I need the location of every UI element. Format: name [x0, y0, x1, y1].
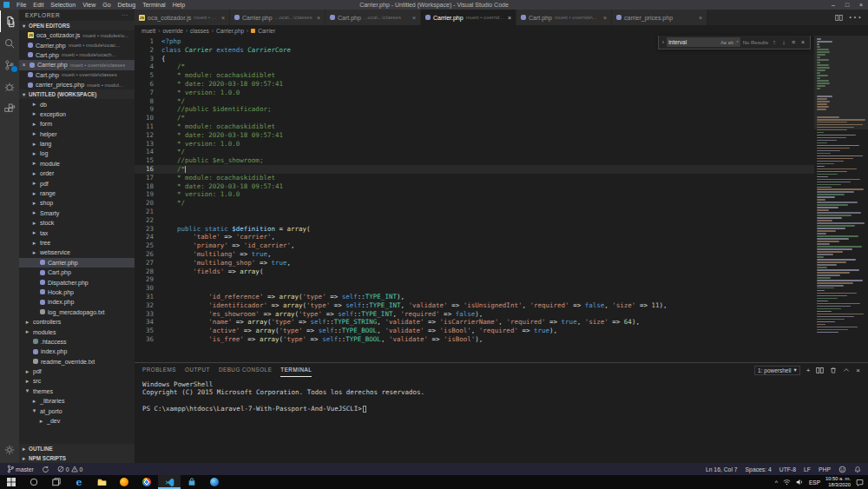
minimap[interactable]: [814, 36, 868, 362]
task-view-icon[interactable]: [45, 475, 68, 489]
tray-expand-icon[interactable]: ^: [775, 479, 778, 486]
tree-item-cart-php[interactable]: Cart.php: [19, 268, 135, 277]
code-line[interactable]: 30: [135, 284, 814, 293]
clock[interactable]: 10:50 a. m. 18/3/2020: [825, 476, 851, 488]
source-control-icon[interactable]: [0, 54, 19, 76]
menu-go[interactable]: Go: [99, 0, 114, 10]
tree-item-range[interactable]: ▸range: [19, 188, 135, 198]
close-panel-icon[interactable]: ×: [856, 367, 860, 374]
network-icon[interactable]: [783, 479, 791, 486]
breadcrumb-item-classes[interactable]: classes: [190, 28, 209, 34]
tree-item-index-php[interactable]: index.php: [19, 347, 135, 356]
action-center-icon[interactable]: [856, 479, 864, 486]
tree-item-log[interactable]: ▸log: [19, 149, 135, 158]
code-line[interactable]: 27 'multilang_shop' => true,: [135, 259, 814, 268]
sidebar-more-actions-icon[interactable]: ···: [122, 10, 128, 21]
breadcrumb-item-override[interactable]: override: [162, 28, 182, 34]
code-line[interactable]: 9 //public $identificador;: [135, 105, 814, 114]
tab-oca-cotizador-js[interactable]: JSoca_cotizador.jsmuett • mo...×: [135, 10, 230, 25]
tree-item-at-porto[interactable]: ▾at_porto: [19, 406, 135, 415]
split-terminal-icon[interactable]: [816, 367, 824, 374]
breadcrumb-item-carrier-php[interactable]: Carrier.php: [216, 28, 244, 34]
workspace-header[interactable]: ▾ UNTITLED (WORKSPACE): [19, 89, 135, 99]
terminal-shell-select[interactable]: 1: powershell ▾: [754, 366, 800, 375]
close-icon[interactable]: ×: [412, 15, 416, 21]
eol-sequence[interactable]: LF: [804, 466, 811, 472]
close-icon[interactable]: ×: [699, 15, 702, 21]
panel-tab-terminal[interactable]: TERMINAL: [280, 363, 312, 377]
tree-item-dev[interactable]: ▸_dev: [19, 416, 135, 426]
minimize-icon[interactable]: –: [826, 0, 840, 10]
tab-cart-php[interactable]: Cart.php...oca\...\classes×: [326, 10, 421, 25]
code-line[interactable]: 28 'fields' => array(: [135, 268, 814, 276]
code-line[interactable]: 3{: [135, 55, 814, 63]
tab-carrier-php[interactable]: Carrier.phpmuett • override\...×: [421, 10, 516, 25]
tree-item-exception[interactable]: ▸exception: [19, 109, 135, 119]
code-line[interactable]: 14 */: [135, 148, 814, 156]
panel-tab-debug-console[interactable]: DEBUG CONSOLE: [219, 363, 272, 377]
git-branch-indicator[interactable]: master: [7, 465, 34, 473]
start-button-icon[interactable]: [0, 475, 23, 489]
breadcrumb-item-muett[interactable]: muett: [141, 28, 155, 34]
tree-item-libraries[interactable]: ▸_libraries: [19, 396, 135, 406]
menu-view[interactable]: View: [79, 0, 99, 10]
tree-item-src[interactable]: ▸src: [19, 376, 135, 386]
breadcrumb-item-carrier[interactable]: Carrier: [258, 28, 275, 34]
code-line[interactable]: 13 * version: 1.0.0: [135, 140, 814, 149]
regex-icon[interactable]: .*: [735, 40, 739, 45]
kill-terminal-icon[interactable]: [830, 367, 837, 374]
open-editor-oca-cotizador-js[interactable]: JSoca_cotizador.jsmuett • modules\o...: [19, 30, 135, 40]
cortana-search-icon[interactable]: [23, 475, 45, 489]
open-editor-cart-php[interactable]: Cart.phpmuett • override\classes: [19, 70, 135, 80]
new-terminal-icon[interactable]: +: [806, 367, 811, 374]
tree-item-lang[interactable]: ▸lang: [19, 139, 135, 149]
code-line[interactable]: 15 //public $es_showroom;: [135, 156, 814, 165]
menu-file[interactable]: File: [13, 0, 30, 10]
tab-carrier-php[interactable]: Carrier.php...oca\...\classes×: [230, 10, 326, 25]
tree-item-readme-override-txt[interactable]: readme_override.txt: [19, 357, 135, 367]
menu-help[interactable]: Help: [169, 0, 188, 10]
code-line[interactable]: 35 'active' => array('type' => self::TYP…: [135, 327, 814, 335]
code-line[interactable]: 19 * version: 1.0.0: [135, 190, 814, 199]
tree-item-smarty[interactable]: ▸Smarty: [19, 208, 135, 218]
file-explorer-icon[interactable]: [90, 475, 113, 489]
code-line[interactable]: 26 'multilang' => true,: [135, 250, 814, 259]
menu-edit[interactable]: Edit: [30, 0, 47, 10]
cursor-position[interactable]: Ln 16, Col 7: [706, 466, 738, 472]
code-line[interactable]: 8 */: [135, 97, 814, 106]
menu-debug[interactable]: Debug: [115, 0, 140, 10]
find-next-icon[interactable]: ↓: [780, 39, 787, 45]
tree-item-shop[interactable]: ▸shop: [19, 198, 135, 208]
split-editor-icon[interactable]: [835, 10, 843, 25]
code-line[interactable]: 29: [135, 275, 814, 284]
close-icon[interactable]: ×: [221, 15, 225, 21]
minimap-slider[interactable]: [814, 36, 868, 129]
code-line[interactable]: 7 * version: 1.0.0: [135, 89, 814, 97]
code-editor[interactable]: 1<?php2class Carrier extends CarrierCore…: [135, 36, 814, 362]
tree-item-tax[interactable]: ▸tax: [19, 228, 135, 237]
extensions-icon[interactable]: [0, 97, 19, 119]
find-input[interactable]: [668, 39, 719, 45]
code-line[interactable]: 4 /*: [135, 63, 814, 71]
tree-item-webservice[interactable]: ▸webservice: [19, 248, 135, 257]
code-line[interactable]: 18 * date: 2020-03-18 09:57:41: [135, 182, 814, 191]
find-prev-icon[interactable]: ↑: [771, 39, 778, 45]
problems-indicator[interactable]: 0 0: [57, 466, 83, 472]
more-actions-icon[interactable]: ···: [848, 10, 862, 25]
tree-item-htaccess[interactable]: .htaccess: [19, 337, 135, 347]
keyboard-language[interactable]: ESP: [809, 479, 820, 486]
store-icon[interactable]: [181, 475, 203, 489]
indentation[interactable]: Spaces: 4: [746, 466, 772, 472]
open-editor-carrier-php[interactable]: Carrier.phpmuett • module\ocac...: [19, 40, 135, 50]
edge-dev-icon[interactable]: [203, 475, 226, 489]
tree-item-db[interactable]: ▸db: [19, 99, 135, 109]
tree-item-hook-php[interactable]: Hook.php: [19, 287, 135, 297]
find-close-icon[interactable]: ×: [799, 39, 806, 45]
code-line[interactable]: 34 'name' => array('type' => self::TYPE_…: [135, 318, 814, 327]
code-line[interactable]: 24 'table' => 'carrier',: [135, 233, 814, 241]
feedback-smiley-icon[interactable]: [838, 466, 846, 473]
terminal[interactable]: Windows PowerShell Copyright (C) 2015 Mi…: [135, 377, 868, 463]
settings-icon[interactable]: [0, 439, 19, 460]
tree-item-themes[interactable]: ▾themes: [19, 387, 135, 396]
search-icon[interactable]: [0, 32, 19, 54]
